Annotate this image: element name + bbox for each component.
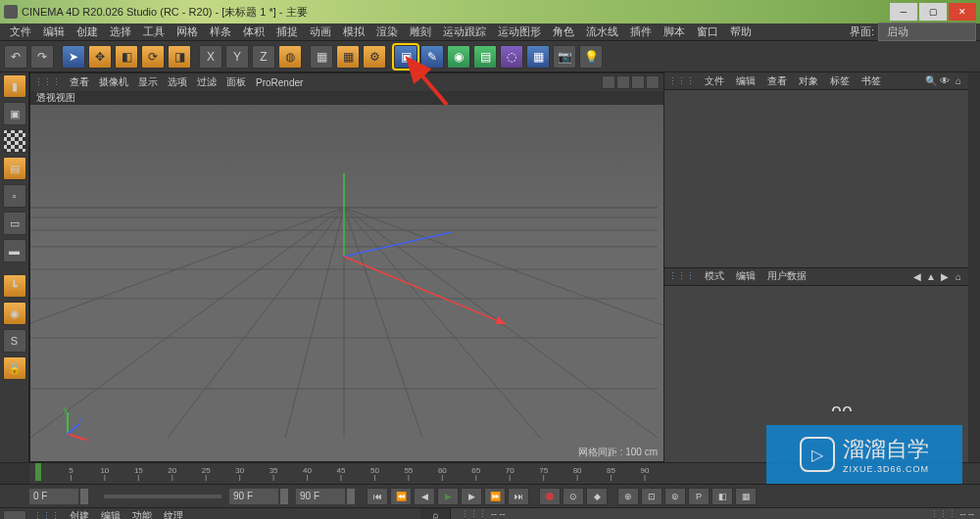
menu-snap[interactable]: 捕捉	[270, 24, 304, 39]
add-nurbs-button[interactable]: ◉	[447, 45, 470, 69]
redo-button[interactable]: ↷	[30, 45, 54, 69]
add-environment-button[interactable]: ▦	[526, 45, 550, 69]
add-spline-button[interactable]: ✎	[420, 45, 444, 69]
eye-icon[interactable]: 👁	[939, 75, 951, 87]
last-tool[interactable]: ◨	[168, 45, 191, 69]
rotate-tool[interactable]: ⟳	[141, 45, 165, 69]
range-slider[interactable]	[104, 495, 221, 498]
menu-animate[interactable]: 动画	[304, 24, 337, 39]
vp-pan-icon[interactable]	[602, 75, 615, 89]
vp-menu-panel[interactable]: 面板	[221, 75, 251, 89]
menu-select[interactable]: 选择	[104, 24, 137, 39]
close-button[interactable]: ✕	[949, 3, 976, 21]
om-tab-file[interactable]: 文件	[699, 74, 730, 88]
param-track-button[interactable]: P	[688, 488, 710, 505]
vp-menu-prorender[interactable]: ProRender	[251, 77, 308, 88]
end-frame-field[interactable]: 90 F	[229, 489, 278, 504]
next-key-button[interactable]: ⏩	[484, 488, 506, 505]
om-tab-edit[interactable]: 编辑	[730, 74, 761, 88]
home-icon[interactable]: ⌂	[953, 75, 964, 87]
vp-menu-view[interactable]: 查看	[65, 75, 94, 89]
prev-icon[interactable]: ◀	[911, 270, 923, 282]
add-camera-button[interactable]: 📷	[553, 45, 576, 69]
sound-button[interactable]: ▦	[735, 488, 757, 505]
start-frame-field[interactable]: 0 F	[29, 489, 78, 504]
menu-pipeline[interactable]: 流水线	[580, 24, 624, 39]
goto-start-button[interactable]: ⏮	[367, 488, 388, 505]
om-tab-objects[interactable]: 对象	[793, 74, 824, 88]
am-tab-mode[interactable]: 模式	[699, 269, 730, 283]
menu-character[interactable]: 角色	[547, 24, 580, 39]
menu-mograph[interactable]: 运动图形	[492, 24, 547, 39]
axis-button[interactable]: ┗	[3, 274, 26, 298]
vp-menu-camera[interactable]: 摄像机	[94, 75, 133, 89]
next-frame-button[interactable]: ▶	[461, 488, 482, 505]
edge-mode-button[interactable]: ▭	[3, 212, 26, 235]
add-cube-button[interactable]: ▣	[394, 45, 417, 69]
mat-tab-create[interactable]: 创建	[64, 509, 95, 519]
vp-zoom-icon[interactable]	[616, 75, 630, 89]
minimize-button[interactable]: ─	[890, 3, 917, 21]
y-axis-lock[interactable]: Y	[225, 45, 249, 69]
menu-volume[interactable]: 体积	[237, 24, 270, 39]
point-mode-button[interactable]: ▫	[3, 184, 26, 208]
maximize-button[interactable]: ▢	[919, 3, 947, 21]
menu-window[interactable]: 窗口	[691, 24, 724, 39]
prev-key-button[interactable]: ⏪	[390, 488, 412, 505]
vp-menu-options[interactable]: 选项	[163, 75, 192, 89]
menu-motiontrack[interactable]: 运动跟踪	[437, 24, 492, 39]
vp-rotate-icon[interactable]	[631, 75, 645, 89]
search-icon[interactable]: 🔍	[925, 75, 937, 87]
add-light-button[interactable]: 💡	[579, 45, 603, 69]
menu-script[interactable]: 脚本	[658, 24, 691, 39]
polygon-mode-button[interactable]: ▬	[3, 239, 26, 262]
menu-simulate[interactable]: 模拟	[337, 24, 370, 39]
object-mode-button[interactable]: ▣	[3, 102, 26, 125]
menu-spline[interactable]: 样条	[204, 24, 237, 39]
goto-end-button[interactable]: ⏭	[508, 488, 529, 505]
render-view-button[interactable]: ▦	[310, 45, 333, 69]
up-icon[interactable]: ▲	[925, 270, 937, 282]
render-settings-button[interactable]: ⚙	[363, 45, 386, 69]
play-button[interactable]: ▶	[437, 488, 459, 505]
om-tab-tags[interactable]: 标签	[824, 74, 856, 88]
om-tab-view[interactable]: 查看	[761, 74, 793, 88]
lock-button[interactable]: 🔒	[3, 356, 26, 380]
model-mode-button[interactable]: ▮	[3, 74, 26, 98]
om-tab-bookmarks[interactable]: 书签	[856, 74, 887, 88]
menu-render[interactable]: 渲染	[370, 24, 404, 39]
layer-icon[interactable]: ◫	[3, 510, 26, 519]
prev-frame-button[interactable]: ◀	[414, 488, 435, 505]
menu-sculpt[interactable]: 雕刻	[404, 24, 437, 39]
texture-mode-button[interactable]	[3, 129, 26, 153]
stepper-icon[interactable]	[347, 489, 355, 504]
undo-button[interactable]: ↶	[4, 45, 27, 69]
next-icon[interactable]: ▶	[939, 270, 951, 282]
scale-tool[interactable]: ◧	[115, 45, 138, 69]
move-tool[interactable]: ✥	[88, 45, 112, 69]
x-axis-lock[interactable]: X	[199, 45, 222, 69]
menu-help[interactable]: 帮助	[724, 24, 758, 39]
workplane-button[interactable]: ▤	[3, 157, 26, 180]
render-picture-button[interactable]: ▦	[336, 45, 360, 69]
object-list-area[interactable]	[664, 90, 968, 267]
mat-tab-edit[interactable]: 编辑	[95, 509, 126, 519]
rot-track-button[interactable]: ⊚	[664, 488, 686, 505]
menu-file[interactable]: 文件	[4, 24, 37, 39]
autokey-button[interactable]: ⊙	[563, 488, 584, 505]
vp-menu-filter[interactable]: 过滤	[192, 75, 221, 89]
vp-menu-display[interactable]: 显示	[133, 75, 163, 89]
vp-layout-icon[interactable]	[646, 75, 660, 89]
viewport-solo-button[interactable]: ◉	[3, 302, 26, 325]
z-axis-lock[interactable]: Z	[252, 45, 275, 69]
add-deformer-button[interactable]: ◌	[500, 45, 523, 69]
home-icon[interactable]: ⌂	[953, 270, 964, 282]
menu-tools[interactable]: 工具	[137, 24, 171, 39]
mat-tab-function[interactable]: 功能	[126, 509, 158, 519]
menu-edit[interactable]: 编辑	[37, 24, 71, 39]
stepper-icon[interactable]	[80, 489, 88, 504]
coord-system-button[interactable]: ◍	[278, 45, 302, 69]
live-select-tool[interactable]: ➤	[62, 45, 85, 69]
pla-track-button[interactable]: ◧	[711, 488, 733, 505]
attribute-body[interactable]	[664, 286, 968, 463]
